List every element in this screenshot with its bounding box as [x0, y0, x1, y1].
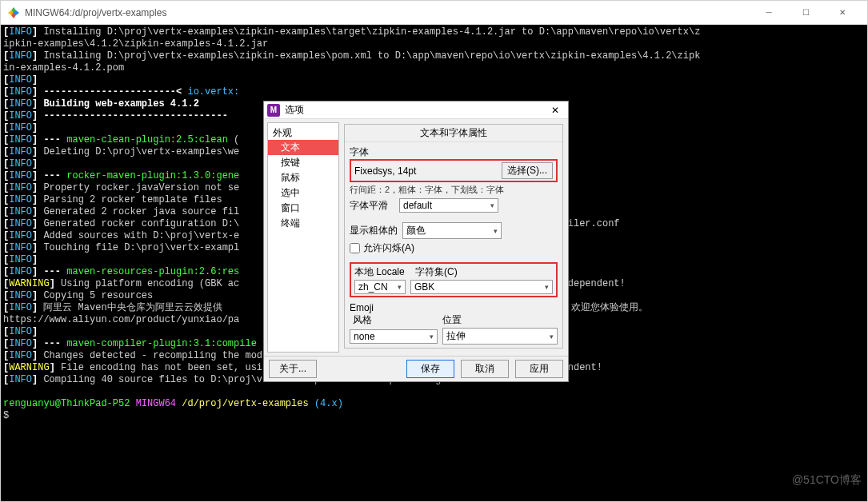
- emoji-label: Emoji: [350, 302, 558, 313]
- locale-label: 本地 Locale: [354, 265, 410, 279]
- dialog-footer: 关于... 保存 取消 应用: [264, 356, 568, 381]
- font-label: 字体: [350, 145, 558, 159]
- category-tree[interactable]: 外观 文本按键鼠标选中窗口终端: [267, 122, 339, 353]
- watermark: @51CTO博客: [792, 473, 862, 488]
- dialog-title: 选项: [285, 103, 546, 117]
- charset-label: 字符集(C): [415, 265, 458, 279]
- emoji-placement-select[interactable]: 拉伸▾: [442, 328, 558, 345]
- groupbox-title: 文本和字体属性: [345, 125, 562, 142]
- tree-item[interactable]: 鼠标: [268, 170, 338, 185]
- window-controls: ─ ☐ ✕: [750, 1, 861, 25]
- about-button[interactable]: 关于...: [269, 360, 317, 378]
- tree-item[interactable]: 终端: [268, 216, 338, 231]
- font-highlight: Fixedsys, 14pt 选择(S)...: [350, 159, 558, 182]
- emoji-style-label: 风格: [350, 313, 438, 327]
- maximize-button[interactable]: ☐: [787, 1, 824, 25]
- bold-label: 显示粗体的: [350, 224, 398, 237]
- linegap-text: 行间距：2，粗体：字体，下划线：字体: [350, 184, 558, 196]
- chevron-down-icon: ▾: [490, 201, 494, 209]
- dialog-close-button[interactable]: ✕: [546, 103, 565, 118]
- chevron-down-icon: ▾: [550, 333, 554, 341]
- tree-item[interactable]: 选中: [268, 185, 338, 201]
- close-button[interactable]: ✕: [824, 1, 861, 25]
- choose-font-button[interactable]: 选择(S)...: [502, 162, 553, 179]
- dialog-titlebar: M 选项 ✕: [264, 102, 568, 119]
- window-title: MINGW64:/d/proj/vertx-examples: [25, 7, 750, 18]
- charset-select[interactable]: GBK▾: [410, 280, 553, 294]
- bold-select[interactable]: 颜色▾: [402, 222, 502, 239]
- font-value: Fixedsys, 14pt: [354, 165, 416, 177]
- chevron-down-icon: ▾: [398, 283, 402, 291]
- cancel-button[interactable]: 取消: [461, 360, 509, 378]
- tree-root-appearance[interactable]: 外观: [268, 126, 338, 140]
- locale-highlight: 本地 Locale 字符集(C) zh_CN▾ GBK▾: [350, 262, 558, 297]
- emoji-style-select[interactable]: none▾: [350, 329, 438, 344]
- smooth-label: 字体平滑: [350, 199, 394, 213]
- chevron-down-icon: ▾: [430, 333, 434, 341]
- chevron-down-icon: ▾: [545, 283, 549, 291]
- dialog-body: 外观 文本按键鼠标选中窗口终端 文本和字体属性 字体 Fixedsys, 14p…: [264, 119, 568, 356]
- minimize-button[interactable]: ─: [750, 1, 787, 25]
- dialog-icon: M: [267, 104, 280, 117]
- titlebar: MINGW64:/d/proj/vertx-examples ─ ☐ ✕: [1, 1, 867, 25]
- save-button[interactable]: 保存: [406, 360, 454, 378]
- chevron-down-icon: ▾: [494, 227, 498, 235]
- app-icon: [7, 6, 20, 19]
- options-dialog: M 选项 ✕ 外观 文本按键鼠标选中窗口终端 文本和字体属性 字体 Fixeds…: [263, 101, 569, 382]
- smooth-select[interactable]: default▾: [399, 198, 498, 213]
- locale-select[interactable]: zh_CN▾: [354, 280, 406, 294]
- allow-blink-checkbox[interactable]: [350, 243, 360, 253]
- tree-item[interactable]: 按键: [268, 155, 338, 170]
- tree-item[interactable]: 文本: [268, 140, 338, 155]
- emoji-placement-label: 位置: [442, 313, 462, 327]
- tree-item[interactable]: 窗口: [268, 201, 338, 216]
- apply-button[interactable]: 应用: [515, 360, 563, 378]
- dialog-main-panel: 文本和字体属性 字体 Fixedsys, 14pt 选择(S)... 行间距：2…: [342, 119, 568, 356]
- text-font-groupbox: 文本和字体属性 字体 Fixedsys, 14pt 选择(S)... 行间距：2…: [344, 124, 563, 349]
- allow-blink-label: 允许闪烁(A): [363, 241, 414, 255]
